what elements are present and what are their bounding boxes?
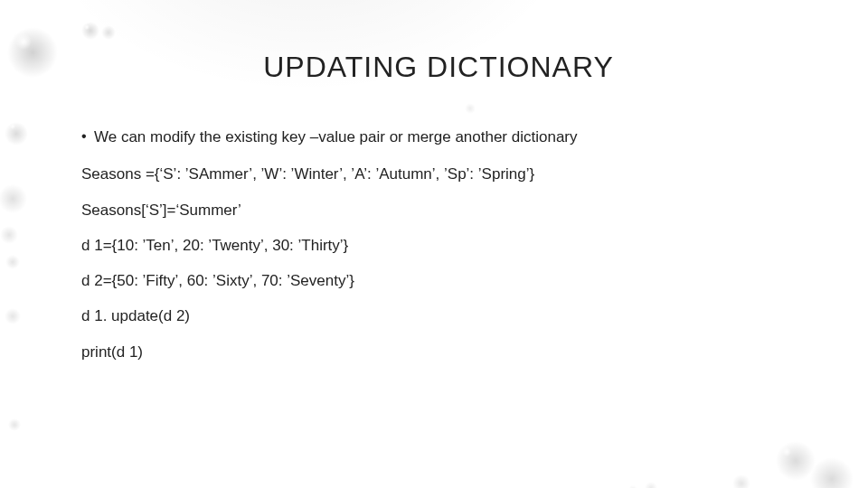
bullet-item: • We can modify the existing key –value …	[81, 127, 796, 146]
code-line: d 2={50: ’Fifty’, 60: ’Sixty’, 70: ’Seve…	[81, 271, 796, 290]
code-line: Seasons[‘S’]=‘Summer’	[81, 201, 796, 220]
slide-body: • We can modify the existing key –value …	[81, 127, 796, 361]
code-line: d 1={10: ’Ten’, 20: ’Twenty’, 30: ’Thirt…	[81, 236, 796, 255]
bullet-dot-icon: •	[81, 127, 94, 146]
code-line: Seasons ={‘S’: ’SAmmer’, ’W’: ’Winter’, …	[81, 164, 796, 183]
bullet-text: We can modify the existing key –value pa…	[94, 127, 796, 146]
slide-title: UPDATING DICTIONARY	[81, 51, 796, 84]
code-line: print(d 1)	[81, 343, 796, 361]
slide: UPDATING DICTIONARY • We can modify the …	[0, 0, 868, 488]
code-line: d 1. update(d 2)	[81, 306, 796, 325]
